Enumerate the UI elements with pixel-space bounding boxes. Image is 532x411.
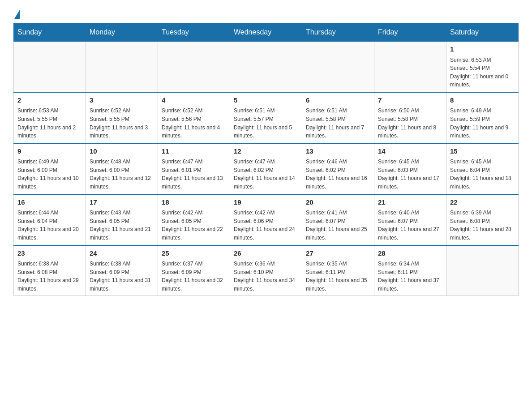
calendar-header-row: SundayMondayTuesdayWednesdayThursdayFrid… [14, 24, 519, 42]
calendar-cell [14, 41, 86, 92]
day-number: 15 [450, 146, 515, 157]
calendar-cell [158, 41, 230, 92]
calendar-cell [374, 41, 446, 92]
calendar-cell: 1Sunrise: 6:53 AMSunset: 5:54 PMDaylight… [446, 41, 519, 92]
calendar-cell: 15Sunrise: 6:45 AMSunset: 6:04 PMDayligh… [446, 143, 519, 194]
day-info: Sunrise: 6:50 AMSunset: 5:58 PMDaylight:… [378, 107, 442, 140]
calendar-cell: 6Sunrise: 6:51 AMSunset: 5:58 PMDaylight… [302, 92, 374, 143]
day-info: Sunrise: 6:47 AMSunset: 6:02 PMDaylight:… [234, 158, 298, 191]
day-info: Sunrise: 6:49 AMSunset: 6:00 PMDaylight:… [17, 158, 82, 191]
day-info: Sunrise: 6:46 AMSunset: 6:02 PMDaylight:… [306, 158, 370, 191]
calendar-cell: 5Sunrise: 6:51 AMSunset: 5:57 PMDaylight… [230, 92, 302, 143]
calendar-cell: 18Sunrise: 6:42 AMSunset: 6:05 PMDayligh… [158, 194, 230, 245]
day-of-week-header: Wednesday [230, 24, 302, 42]
day-info: Sunrise: 6:35 AMSunset: 6:11 PMDaylight:… [306, 260, 370, 293]
day-number: 19 [234, 197, 298, 208]
week-row: 16Sunrise: 6:44 AMSunset: 6:04 PMDayligh… [14, 194, 519, 245]
calendar-table: SundayMondayTuesdayWednesdayThursdayFrid… [13, 23, 519, 296]
day-info: Sunrise: 6:36 AMSunset: 6:10 PMDaylight:… [234, 260, 298, 293]
calendar-cell: 21Sunrise: 6:40 AMSunset: 6:07 PMDayligh… [374, 194, 446, 245]
week-row: 2Sunrise: 6:53 AMSunset: 5:55 PMDaylight… [14, 92, 519, 143]
day-number: 27 [306, 248, 370, 259]
day-number: 23 [17, 248, 82, 259]
day-info: Sunrise: 6:41 AMSunset: 6:07 PMDaylight:… [306, 209, 370, 242]
day-info: Sunrise: 6:49 AMSunset: 5:59 PMDaylight:… [450, 107, 515, 140]
calendar-cell: 26Sunrise: 6:36 AMSunset: 6:10 PMDayligh… [230, 245, 302, 296]
day-info: Sunrise: 6:51 AMSunset: 5:57 PMDaylight:… [234, 107, 298, 140]
day-of-week-header: Friday [374, 24, 446, 42]
day-number: 28 [378, 248, 442, 259]
day-info: Sunrise: 6:34 AMSunset: 6:11 PMDaylight:… [378, 260, 442, 293]
week-row: 23Sunrise: 6:38 AMSunset: 6:08 PMDayligh… [14, 245, 519, 296]
calendar-cell: 23Sunrise: 6:38 AMSunset: 6:08 PMDayligh… [14, 245, 86, 296]
day-number: 22 [450, 197, 515, 208]
calendar-cell: 20Sunrise: 6:41 AMSunset: 6:07 PMDayligh… [302, 194, 374, 245]
calendar-cell: 27Sunrise: 6:35 AMSunset: 6:11 PMDayligh… [302, 245, 374, 296]
day-of-week-header: Sunday [14, 24, 86, 42]
week-row: 1Sunrise: 6:53 AMSunset: 5:54 PMDaylight… [14, 41, 519, 92]
calendar-cell: 25Sunrise: 6:37 AMSunset: 6:09 PMDayligh… [158, 245, 230, 296]
day-info: Sunrise: 6:52 AMSunset: 5:56 PMDaylight:… [162, 107, 226, 140]
day-info: Sunrise: 6:53 AMSunset: 5:55 PMDaylight:… [17, 107, 82, 140]
day-number: 24 [90, 248, 154, 259]
day-of-week-header: Saturday [446, 24, 519, 42]
day-number: 6 [306, 95, 370, 106]
calendar-cell: 17Sunrise: 6:43 AMSunset: 6:05 PMDayligh… [86, 194, 158, 245]
calendar-cell: 7Sunrise: 6:50 AMSunset: 5:58 PMDaylight… [374, 92, 446, 143]
day-info: Sunrise: 6:44 AMSunset: 6:04 PMDaylight:… [17, 209, 82, 242]
calendar-cell: 9Sunrise: 6:49 AMSunset: 6:00 PMDaylight… [14, 143, 86, 194]
calendar-cell [446, 245, 519, 296]
day-info: Sunrise: 6:39 AMSunset: 6:08 PMDaylight:… [450, 209, 515, 242]
day-of-week-header: Tuesday [158, 24, 230, 42]
calendar-cell [230, 41, 302, 92]
calendar-cell: 14Sunrise: 6:45 AMSunset: 6:03 PMDayligh… [374, 143, 446, 194]
day-of-week-header: Monday [86, 24, 158, 42]
calendar-cell: 4Sunrise: 6:52 AMSunset: 5:56 PMDaylight… [158, 92, 230, 143]
logo [13, 9, 20, 19]
calendar-cell [86, 41, 158, 92]
day-info: Sunrise: 6:37 AMSunset: 6:09 PMDaylight:… [162, 260, 226, 293]
day-info: Sunrise: 6:51 AMSunset: 5:58 PMDaylight:… [306, 107, 370, 140]
day-info: Sunrise: 6:45 AMSunset: 6:04 PMDaylight:… [450, 158, 515, 191]
day-number: 20 [306, 197, 370, 208]
day-number: 3 [90, 95, 154, 106]
calendar-cell: 28Sunrise: 6:34 AMSunset: 6:11 PMDayligh… [374, 245, 446, 296]
day-number: 8 [450, 95, 515, 106]
day-number: 13 [306, 146, 370, 157]
calendar-cell: 8Sunrise: 6:49 AMSunset: 5:59 PMDaylight… [446, 92, 519, 143]
day-info: Sunrise: 6:53 AMSunset: 5:54 PMDaylight:… [450, 56, 515, 89]
day-number: 11 [162, 146, 226, 157]
day-number: 17 [90, 197, 154, 208]
day-number: 16 [17, 197, 82, 208]
calendar-cell: 2Sunrise: 6:53 AMSunset: 5:55 PMDaylight… [14, 92, 86, 143]
day-info: Sunrise: 6:45 AMSunset: 6:03 PMDaylight:… [378, 158, 442, 191]
day-number: 21 [378, 197, 442, 208]
day-info: Sunrise: 6:40 AMSunset: 6:07 PMDaylight:… [378, 209, 442, 242]
day-of-week-header: Thursday [302, 24, 374, 42]
day-number: 25 [162, 248, 226, 259]
page-header [13, 9, 519, 19]
day-info: Sunrise: 6:42 AMSunset: 6:05 PMDaylight:… [162, 209, 226, 242]
day-number: 2 [17, 95, 82, 106]
calendar-cell: 11Sunrise: 6:47 AMSunset: 6:01 PMDayligh… [158, 143, 230, 194]
day-number: 14 [378, 146, 442, 157]
day-info: Sunrise: 6:38 AMSunset: 6:08 PMDaylight:… [17, 260, 82, 293]
day-number: 12 [234, 146, 298, 157]
day-number: 1 [450, 44, 515, 55]
calendar-cell: 10Sunrise: 6:48 AMSunset: 6:00 PMDayligh… [86, 143, 158, 194]
day-number: 18 [162, 197, 226, 208]
calendar-cell: 19Sunrise: 6:42 AMSunset: 6:06 PMDayligh… [230, 194, 302, 245]
day-number: 5 [234, 95, 298, 106]
day-info: Sunrise: 6:47 AMSunset: 6:01 PMDaylight:… [162, 158, 226, 191]
day-number: 10 [90, 146, 154, 157]
week-row: 9Sunrise: 6:49 AMSunset: 6:00 PMDaylight… [14, 143, 519, 194]
day-info: Sunrise: 6:43 AMSunset: 6:05 PMDaylight:… [90, 209, 154, 242]
calendar-cell: 12Sunrise: 6:47 AMSunset: 6:02 PMDayligh… [230, 143, 302, 194]
calendar-cell: 3Sunrise: 6:52 AMSunset: 5:55 PMDaylight… [86, 92, 158, 143]
logo-triangle-icon [14, 10, 20, 19]
day-info: Sunrise: 6:48 AMSunset: 6:00 PMDaylight:… [90, 158, 154, 191]
day-number: 4 [162, 95, 226, 106]
day-info: Sunrise: 6:52 AMSunset: 5:55 PMDaylight:… [90, 107, 154, 140]
calendar-cell: 16Sunrise: 6:44 AMSunset: 6:04 PMDayligh… [14, 194, 86, 245]
calendar-cell: 24Sunrise: 6:38 AMSunset: 6:09 PMDayligh… [86, 245, 158, 296]
